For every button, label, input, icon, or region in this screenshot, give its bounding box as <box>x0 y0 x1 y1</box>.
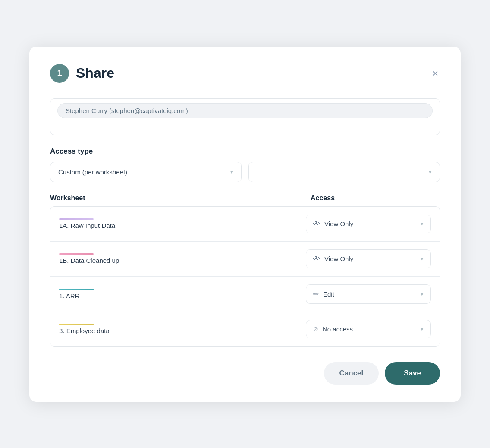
table-row: 1B. Data Cleaned up 👁 View Only ▾ <box>50 242 440 277</box>
worksheet-name-2: 1B. Data Cleaned up <box>59 253 306 264</box>
chevron-down-icon-1: ▾ <box>230 169 233 175</box>
user-chip[interactable]: Stephen Curry (stephen@captivateiq.com) <box>57 103 433 118</box>
access-label-3: Edit <box>323 290 334 298</box>
modal-header: 1 Share × <box>50 64 440 83</box>
access-select-inner-3: ✏ Edit <box>313 290 334 298</box>
share-modal: 1 Share × Stephen Curry (stephen@captiva… <box>29 47 461 402</box>
chevron-down-icon-row-4: ▾ <box>421 326 424 332</box>
view-only-icon-2: 👁 <box>313 255 320 263</box>
view-only-icon-1: 👁 <box>313 220 320 228</box>
access-select-1[interactable]: 👁 View Only ▾ <box>306 215 431 233</box>
access-select-inner-2: 👁 View Only <box>313 255 353 263</box>
worksheet-table: 1A. Raw Input Data 👁 View Only ▾ 1B. Dat… <box>50 206 440 347</box>
col-header-worksheet: Worksheet <box>50 194 311 202</box>
user-search-wrapper: Stephen Curry (stephen@captivateiq.com) <box>50 98 440 135</box>
worksheet-name-3: 1. ARR <box>59 289 306 300</box>
access-label-2: View Only <box>324 255 353 262</box>
accent-bar-1 <box>59 218 94 220</box>
access-type-dropdown-2[interactable]: ▾ <box>248 162 440 182</box>
chevron-down-icon-row-1: ▾ <box>421 221 424 227</box>
accent-bar-4 <box>59 324 94 325</box>
col-header-access: Access <box>311 194 440 202</box>
access-select-4[interactable]: ⊘ No access ▾ <box>306 320 431 338</box>
save-button[interactable]: Save <box>385 362 440 385</box>
edit-icon-3: ✏ <box>313 290 319 298</box>
no-access-icon-4: ⊘ <box>313 325 318 332</box>
cancel-button[interactable]: Cancel <box>324 362 379 385</box>
user-chip-label: Stephen Curry (stephen@captivateiq.com) <box>66 107 188 114</box>
accent-bar-2 <box>59 253 94 255</box>
table-row: 1A. Raw Input Data 👁 View Only ▾ <box>50 207 440 242</box>
step-badge: 1 <box>50 64 69 83</box>
access-type-label: Access type <box>50 147 440 156</box>
modal-title: Share <box>76 65 114 81</box>
table-row: 1. ARR ✏ Edit ▾ <box>50 277 440 312</box>
table-row: 3. Employee data ⊘ No access ▾ <box>50 312 440 346</box>
worksheet-name-1: 1A. Raw Input Data <box>59 218 306 229</box>
chevron-down-icon-2: ▾ <box>429 169 432 175</box>
accent-bar-3 <box>59 289 94 290</box>
table-header: Worksheet Access <box>50 194 440 206</box>
access-select-inner-4: ⊘ No access <box>313 325 353 333</box>
header-left: 1 Share <box>50 64 114 83</box>
modal-footer: Cancel Save <box>50 362 440 385</box>
access-select-3[interactable]: ✏ Edit ▾ <box>306 284 431 304</box>
access-select-2[interactable]: 👁 View Only ▾ <box>306 249 431 268</box>
close-button[interactable]: × <box>430 66 440 80</box>
access-label-4: No access <box>323 325 353 333</box>
access-type-row: Custom (per worksheet) ▾ ▾ <box>50 162 440 182</box>
worksheet-name-4: 3. Employee data <box>59 324 306 334</box>
chevron-down-icon-row-2: ▾ <box>421 256 424 262</box>
access-type-dropdown-1[interactable]: Custom (per worksheet) ▾ <box>50 162 242 182</box>
access-select-inner-1: 👁 View Only <box>313 220 353 228</box>
chevron-down-icon-row-3: ▾ <box>421 291 424 297</box>
access-label-1: View Only <box>324 220 353 227</box>
access-type-value-1: Custom (per worksheet) <box>58 168 127 176</box>
